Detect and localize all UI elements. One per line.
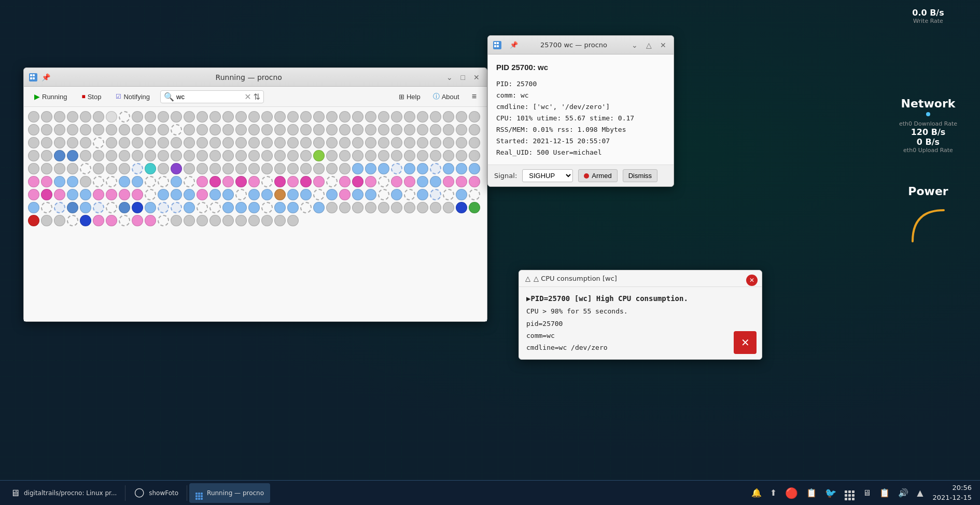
process-dot[interactable]: [67, 202, 78, 213]
process-dot[interactable]: [430, 163, 441, 174]
process-dot[interactable]: [28, 137, 39, 148]
process-dot[interactable]: [209, 163, 221, 174]
process-dot[interactable]: [93, 189, 104, 200]
process-dot[interactable]: [469, 163, 480, 174]
process-dot[interactable]: [274, 176, 286, 187]
process-dot[interactable]: [171, 176, 182, 187]
process-dot[interactable]: [184, 189, 195, 200]
process-dot[interactable]: [313, 176, 325, 187]
process-dot[interactable]: [197, 189, 208, 200]
process-dot[interactable]: [443, 176, 454, 187]
process-dot[interactable]: [171, 163, 182, 174]
process-dot[interactable]: [106, 137, 117, 148]
process-dot[interactable]: [287, 163, 299, 174]
process-dot[interactable]: [365, 189, 376, 200]
process-dot[interactable]: [158, 111, 169, 122]
process-dot[interactable]: [54, 150, 65, 161]
process-dot[interactable]: [326, 111, 338, 122]
process-dot[interactable]: [404, 111, 415, 122]
process-dot[interactable]: [456, 202, 467, 213]
process-dot[interactable]: [54, 215, 65, 226]
process-dot[interactable]: [248, 137, 260, 148]
process-dot[interactable]: [235, 124, 247, 135]
process-dot[interactable]: [417, 150, 428, 161]
process-dot[interactable]: [67, 137, 78, 148]
process-dot[interactable]: [67, 150, 78, 161]
notification-icon[interactable]: 🔔: [748, 486, 765, 500]
process-dot[interactable]: [378, 176, 389, 187]
process-dot[interactable]: [80, 202, 91, 213]
process-dot[interactable]: [365, 124, 376, 135]
process-dot[interactable]: [287, 150, 299, 161]
process-dot[interactable]: [300, 124, 312, 135]
process-dot[interactable]: [261, 124, 273, 135]
process-dot[interactable]: [300, 176, 312, 187]
process-dot[interactable]: [54, 124, 65, 135]
process-dot[interactable]: [28, 176, 39, 187]
process-dot[interactable]: [158, 215, 169, 226]
process-dot[interactable]: [209, 176, 221, 187]
process-dot[interactable]: [197, 202, 208, 213]
process-dot[interactable]: [158, 137, 169, 148]
minimize-button[interactable]: ⌄: [444, 72, 455, 83]
process-dot[interactable]: [404, 137, 415, 148]
process-dot[interactable]: [209, 150, 221, 161]
process-dot[interactable]: [326, 189, 338, 200]
process-dot[interactable]: [352, 124, 363, 135]
process-dot[interactable]: [391, 124, 402, 135]
process-dot[interactable]: [80, 150, 91, 161]
process-dot[interactable]: [80, 176, 91, 187]
process-dot[interactable]: [274, 163, 286, 174]
process-dot[interactable]: [313, 150, 325, 161]
process-dot[interactable]: [145, 124, 156, 135]
process-dot[interactable]: [222, 215, 234, 226]
process-dot[interactable]: [132, 163, 143, 174]
process-dot[interactable]: [378, 124, 389, 135]
process-dot[interactable]: [222, 202, 234, 213]
process-dot[interactable]: [209, 137, 221, 148]
process-dot[interactable]: [93, 111, 104, 122]
process-dot[interactable]: [430, 202, 441, 213]
process-dot[interactable]: [443, 189, 454, 200]
process-dot[interactable]: [119, 176, 130, 187]
process-dot[interactable]: [80, 189, 91, 200]
process-dot[interactable]: [404, 163, 415, 174]
process-dot[interactable]: [28, 111, 39, 122]
process-dot[interactable]: [378, 202, 389, 213]
process-dot[interactable]: [41, 150, 52, 161]
process-dot[interactable]: [430, 176, 441, 187]
process-dot[interactable]: [145, 137, 156, 148]
process-dot[interactable]: [80, 215, 91, 226]
armed-button[interactable]: Armed: [578, 169, 617, 182]
process-dot[interactable]: [197, 176, 208, 187]
process-dot[interactable]: [93, 215, 104, 226]
process-dot[interactable]: [41, 189, 52, 200]
process-dot[interactable]: [456, 176, 467, 187]
process-dot[interactable]: [93, 163, 104, 174]
process-dot[interactable]: [93, 124, 104, 135]
process-dot[interactable]: [67, 176, 78, 187]
process-dot[interactable]: [93, 150, 104, 161]
dismiss-button[interactable]: Dismiss: [623, 169, 658, 182]
process-dot[interactable]: [339, 176, 351, 187]
process-dot[interactable]: [417, 163, 428, 174]
process-dot[interactable]: [248, 202, 260, 213]
process-dot[interactable]: [430, 150, 441, 161]
process-dot[interactable]: [417, 202, 428, 213]
process-dot[interactable]: [145, 111, 156, 122]
process-dot[interactable]: [352, 163, 363, 174]
process-dot[interactable]: [209, 189, 221, 200]
process-dot[interactable]: [222, 124, 234, 135]
process-dot[interactable]: [41, 215, 52, 226]
process-dot[interactable]: [145, 189, 156, 200]
process-dot[interactable]: [261, 176, 273, 187]
process-dot[interactable]: [119, 163, 130, 174]
process-dot[interactable]: [456, 111, 467, 122]
upload-icon[interactable]: ⬆: [767, 486, 780, 500]
process-dot[interactable]: [158, 163, 169, 174]
process-dot[interactable]: [248, 189, 260, 200]
process-dot[interactable]: [67, 215, 78, 226]
process-dot[interactable]: [365, 163, 376, 174]
process-dot[interactable]: [197, 137, 208, 148]
process-dot[interactable]: [184, 137, 195, 148]
